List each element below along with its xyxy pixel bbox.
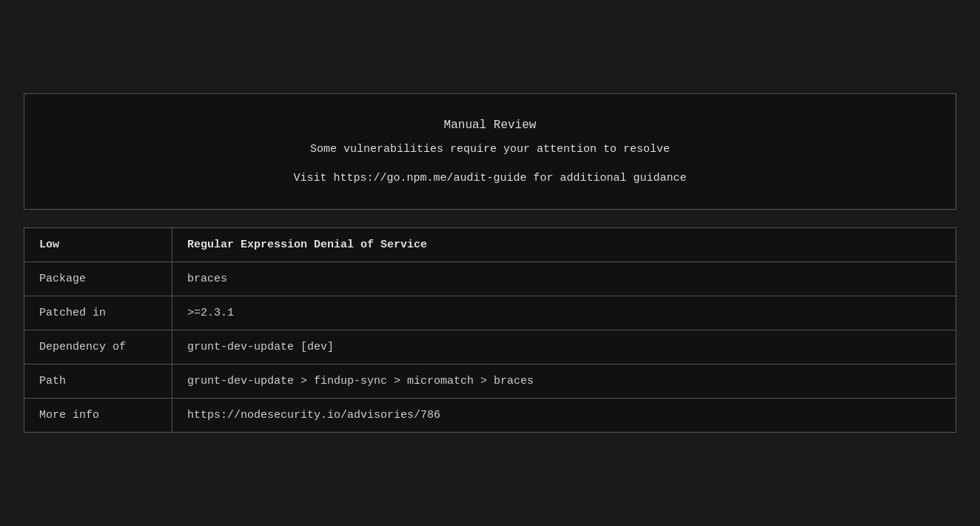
row-value: braces (172, 262, 956, 296)
row-label: Low (24, 227, 172, 262)
table-row: Pathgrunt-dev-update > findup-sync > mic… (24, 364, 956, 398)
banner-guidance: Visit https://go.npm.me/audit-guide for … (54, 168, 926, 188)
table-row: More infohttps://nodesecurity.io/advisor… (24, 398, 956, 432)
table-row: Dependency ofgrunt-dev-update [dev] (24, 330, 956, 364)
vulnerability-table: LowRegular Expression Denial of ServiceP… (24, 227, 956, 433)
row-value: grunt-dev-update [dev] (172, 330, 956, 364)
row-value: Regular Expression Denial of Service (172, 227, 956, 262)
row-label: More info (24, 398, 172, 432)
row-label: Package (24, 262, 172, 296)
row-value: grunt-dev-update > findup-sync > microma… (172, 364, 956, 398)
table-row: Patched in>=2.3.1 (24, 296, 956, 330)
row-value: >=2.3.1 (172, 296, 956, 330)
table-row: Packagebraces (24, 262, 956, 296)
banner-title: Manual Review (54, 115, 926, 136)
main-container: Manual Review Some vulnerabilities requi… (24, 93, 956, 433)
row-label: Patched in (24, 296, 172, 330)
row-label: Path (24, 364, 172, 398)
row-label: Dependency of (24, 330, 172, 364)
manual-review-banner: Manual Review Some vulnerabilities requi… (24, 93, 956, 210)
banner-subtitle: Some vulnerabilities require your attent… (54, 139, 926, 159)
row-value: https://nodesecurity.io/advisories/786 (172, 398, 956, 432)
table-row: LowRegular Expression Denial of Service (24, 227, 956, 262)
